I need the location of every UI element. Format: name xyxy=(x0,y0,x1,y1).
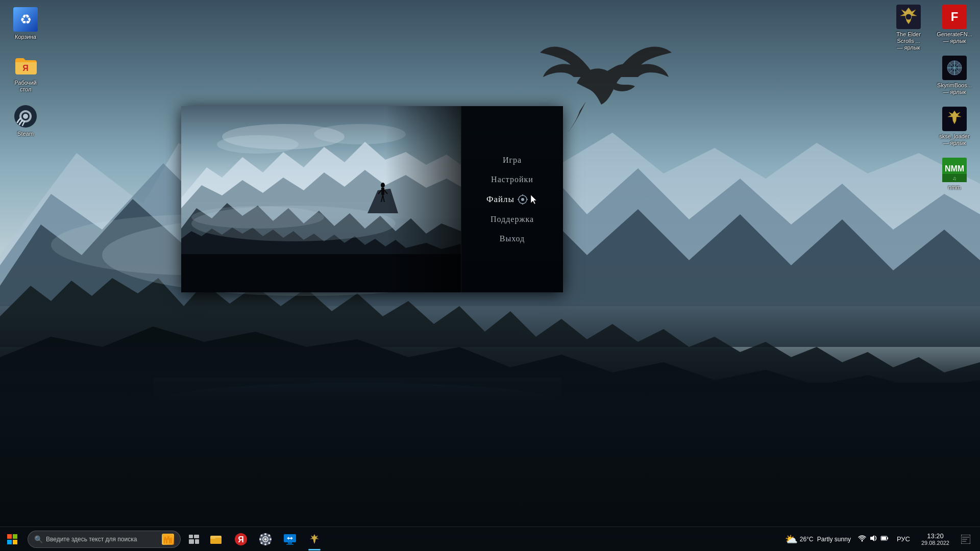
skyrim-boost-icon xyxy=(942,56,967,80)
taskbar-pinned-apps: Я xyxy=(204,527,327,552)
weather-icon: ⛅ xyxy=(785,533,798,545)
svg-rect-72 xyxy=(189,535,193,538)
svg-rect-67 xyxy=(164,537,166,539)
elder-scrolls-label: The ElderScrolls ...— ярлык xyxy=(896,31,921,52)
svg-point-55 xyxy=(521,198,524,201)
desktop-icon-elder-scrolls[interactable]: The ElderScrolls ...— ярлык xyxy=(886,3,932,54)
desktop-icon-recycle-bin[interactable]: ♻ Корзина xyxy=(5,5,46,42)
taskbar: 🔍 Введите здесь текст для поиска xyxy=(0,527,980,551)
weather-condition: Partly sunny xyxy=(817,536,851,543)
launcher-menu-exit[interactable]: Выход xyxy=(461,229,563,248)
settings-taskbar-icon xyxy=(258,532,273,546)
start-button[interactable] xyxy=(0,527,24,552)
svg-rect-64 xyxy=(13,540,17,544)
weather-temp: 26°C Partly sunny xyxy=(800,536,851,543)
cursor-icon xyxy=(518,194,528,205)
taskbar-app-skyrim[interactable] xyxy=(302,527,327,552)
svg-point-90 xyxy=(261,542,263,544)
steam-icon xyxy=(13,104,38,129)
desktop-icon-skyrim-boost[interactable]: SkyrimBoos...— ярлык xyxy=(932,54,977,97)
launcher-menu-settings[interactable]: Настройки xyxy=(461,170,563,189)
language-text: РУС xyxy=(894,535,913,543)
svg-rect-53 xyxy=(385,106,461,292)
recycle-bin-label: Корзина xyxy=(15,34,36,40)
arrow-cursor-icon xyxy=(531,195,538,204)
svg-point-20 xyxy=(905,14,912,20)
volume-icon[interactable] xyxy=(868,534,878,544)
svg-point-89 xyxy=(268,542,271,544)
search-city-icon xyxy=(162,534,174,545)
desktop-icon-generate-fn[interactable]: F GenerateFN...— ярлык xyxy=(932,3,977,46)
svg-rect-94 xyxy=(286,544,293,545)
search-bar[interactable]: 🔍 Введите здесь текст для поиска xyxy=(28,531,181,548)
svg-text:Я: Я xyxy=(238,535,244,544)
desktop-folder-label: Рабочийстол xyxy=(14,80,36,93)
svg-rect-68 xyxy=(167,536,169,539)
desktop-folder-icon: Я xyxy=(13,53,38,78)
skse-loader-label: skse_loader— ярлык xyxy=(939,133,969,146)
svg-rect-98 xyxy=(887,537,888,539)
temp-value: 26°C xyxy=(800,536,814,543)
desktop-icon-nmm[interactable]: NMM ♫ nmm xyxy=(932,156,977,193)
clock[interactable]: 13:20 29.08.2022 xyxy=(917,527,953,552)
svg-rect-61 xyxy=(7,534,12,539)
battery-icon[interactable] xyxy=(879,534,890,544)
launcher-menu-files-label: Файлы xyxy=(486,194,514,205)
taskbar-app-settings[interactable] xyxy=(253,527,278,552)
search-icon: 🔍 xyxy=(34,535,43,543)
launcher-image-area xyxy=(181,106,461,292)
clock-date: 29.08.2022 xyxy=(921,540,949,546)
svg-point-91 xyxy=(268,534,271,536)
clock-time: 13:20 xyxy=(927,532,944,540)
tray-icons xyxy=(857,534,890,544)
svg-rect-75 xyxy=(195,539,199,544)
svg-rect-48 xyxy=(381,188,384,195)
svg-rect-93 xyxy=(288,542,292,544)
steam-label: Steam xyxy=(17,131,34,137)
generate-fn-icon: F xyxy=(942,5,967,29)
language-indicator[interactable]: РУС xyxy=(892,527,915,552)
skyrim-taskbar-icon xyxy=(307,532,322,546)
file-explorer-icon xyxy=(209,532,224,546)
launcher-menu-files[interactable]: Файлы xyxy=(461,189,563,210)
weather-tray-item[interactable]: ⛅ 26°C Partly sunny xyxy=(781,527,855,552)
notification-button[interactable] xyxy=(955,527,976,552)
skse-loader-icon xyxy=(942,107,967,131)
svg-rect-69 xyxy=(170,537,172,539)
desktop-icon-steam[interactable]: Steam xyxy=(5,102,46,139)
taskbar-app-remote[interactable] xyxy=(278,527,302,552)
svg-point-37 xyxy=(217,135,299,154)
svg-rect-63 xyxy=(7,540,12,544)
network-icon[interactable] xyxy=(857,534,867,544)
task-view-icon xyxy=(189,535,199,544)
svg-text:♫: ♫ xyxy=(952,176,957,181)
desktop: ♻ Корзина Я Рабочийстол xyxy=(0,0,980,551)
desktop-icon-desktop-folder[interactable]: Я Рабочийстол xyxy=(5,51,46,95)
launcher-menu-play[interactable]: Игра xyxy=(461,151,563,170)
svg-rect-62 xyxy=(13,534,17,539)
svg-text:Я: Я xyxy=(22,64,29,72)
notification-icon xyxy=(961,535,970,544)
svg-rect-74 xyxy=(189,539,194,544)
svg-point-88 xyxy=(261,534,263,536)
desktop-icon-skse-loader[interactable]: skse_loader— ярлык xyxy=(932,105,977,148)
launcher-menu-support[interactable]: Поддержка xyxy=(461,210,563,229)
nmm-label: nmm xyxy=(948,184,961,191)
svg-point-83 xyxy=(264,538,267,540)
windows-logo-icon xyxy=(7,534,17,544)
generate-fn-label: GenerateFN...— ярлык xyxy=(937,31,972,44)
search-placeholder-text: Введите здесь текст для поиска xyxy=(46,536,137,543)
recycle-bin-icon: ♻ xyxy=(13,7,38,32)
elder-scrolls-icon xyxy=(896,5,921,29)
svg-point-84 xyxy=(264,533,266,535)
svg-rect-73 xyxy=(194,535,199,538)
taskbar-app-yandex[interactable]: Я xyxy=(229,527,253,552)
svg-marker-60 xyxy=(531,195,536,204)
svg-text:F: F xyxy=(951,10,959,23)
svg-text:♻: ♻ xyxy=(20,12,32,27)
task-view-button[interactable] xyxy=(184,527,204,552)
taskbar-app-file-explorer[interactable] xyxy=(204,527,229,552)
launcher-menu-panel: Игра Настройки Файлы Поддержка xyxy=(461,106,563,292)
svg-point-87 xyxy=(270,538,272,540)
svg-point-86 xyxy=(259,538,261,540)
